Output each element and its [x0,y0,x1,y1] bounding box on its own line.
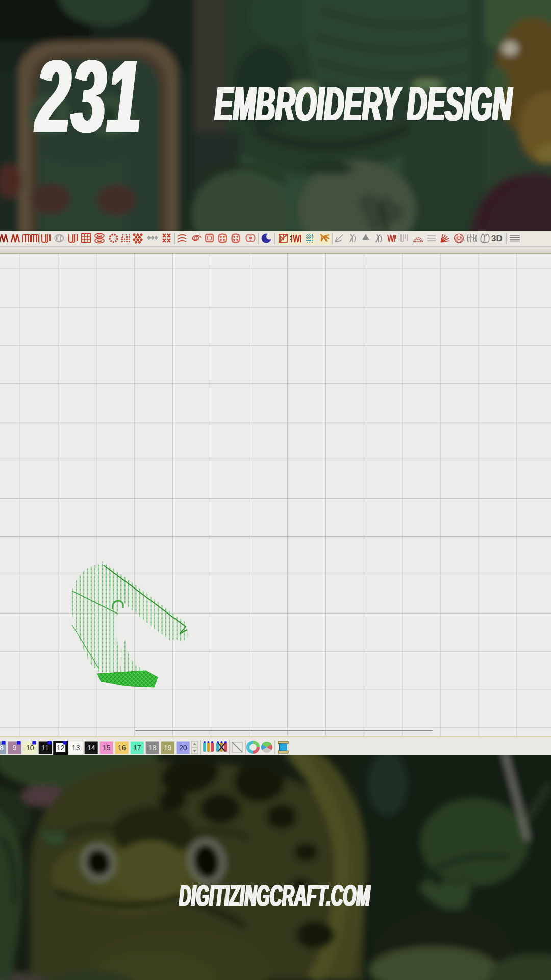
svg-text:15: 15 [103,744,111,752]
svg-text:17: 17 [133,744,141,752]
svg-text:18: 18 [148,744,157,752]
svg-text:3D: 3D [491,234,503,243]
svg-text:14: 14 [87,744,95,752]
svg-text:20: 20 [179,744,187,752]
svg-text:10: 10 [26,744,34,752]
svg-text:19: 19 [164,744,172,752]
svg-text:9: 9 [13,744,17,752]
svg-text:16: 16 [118,744,126,752]
svg-text:8: 8 [0,744,4,752]
svg-text:12: 12 [57,744,65,752]
svg-text:11: 11 [41,744,49,752]
svg-text:13: 13 [72,744,80,752]
